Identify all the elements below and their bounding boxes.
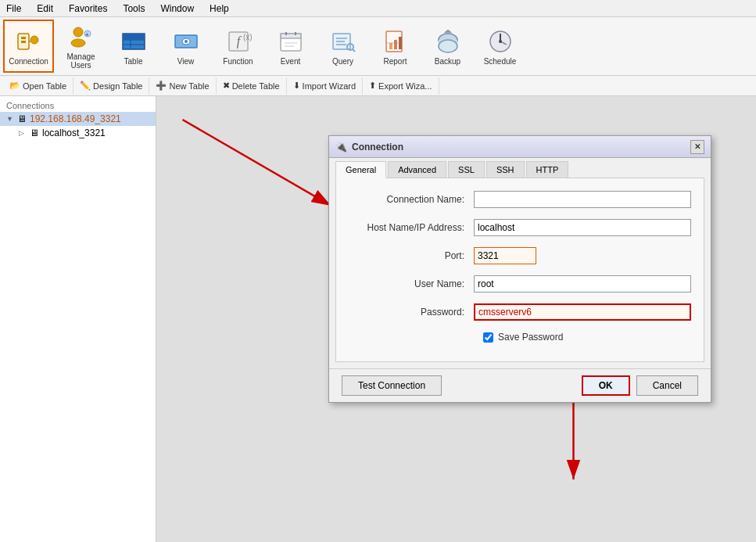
menu-tools[interactable]: Tools	[120, 2, 148, 15]
toolbar-backup[interactable]: Backup	[422, 20, 473, 73]
test-connection-button[interactable]: Test Connection	[342, 375, 442, 396]
menu-window[interactable]: Window	[157, 2, 197, 15]
toolbar-schedule[interactable]: Schedule	[475, 20, 525, 73]
port-input[interactable]	[474, 247, 536, 264]
dialog-tabs: General Advanced SSL SSH HTTP	[329, 158, 711, 178]
toolbar-connection[interactable]: Connection	[3, 20, 54, 73]
design-table-label: Design Table	[93, 81, 142, 91]
delete-table-label: Delete Table	[232, 81, 280, 91]
password-input[interactable]	[474, 303, 691, 321]
toolbar-function[interactable]: f (x) Function	[213, 20, 263, 73]
username-input[interactable]	[474, 275, 691, 293]
sidebar-item-conn2[interactable]: ▷ 🖥 localhost_3321	[0, 126, 156, 140]
svg-rect-2	[21, 41, 26, 43]
backup-icon	[434, 27, 462, 56]
import-wizard-btn[interactable]: ⬇ Import Wizard	[287, 77, 363, 95]
expand-icon-2: ▷	[19, 129, 27, 137]
menu-file[interactable]: File	[3, 2, 24, 15]
dialog-close-button[interactable]: ✕	[690, 140, 704, 154]
sidebar-item-conn1[interactable]: ▼ 🖥 192.168.168.49_3321	[0, 112, 156, 126]
main-toolbar: Connection + Manage Users Table	[0, 17, 756, 76]
dialog-title-icon: 🔌	[335, 142, 347, 153]
svg-rect-21	[281, 34, 301, 38]
toolbar-table[interactable]: Table	[108, 20, 159, 73]
conn1-icon: 🖥	[17, 113, 27, 124]
dialog-title-text: Connection	[352, 142, 403, 153]
dialog-title: 🔌 Connection	[335, 142, 403, 153]
password-row: Password:	[349, 303, 691, 321]
menu-help[interactable]: Help	[206, 2, 232, 15]
username-row: User Name:	[349, 275, 691, 293]
query-icon	[329, 27, 357, 56]
tab-general[interactable]: General	[335, 161, 386, 178]
main-area: Connections ▼ 🖥 192.168.168.49_3321 ▷ 🖥 …	[0, 96, 756, 542]
table-label: Table	[124, 57, 143, 66]
export-label: Export Wiza...	[378, 81, 432, 91]
tab-http[interactable]: HTTP	[526, 161, 569, 178]
svg-rect-33	[389, 43, 392, 49]
view-icon	[172, 27, 200, 56]
open-table-label: Open Table	[23, 81, 66, 91]
open-table-btn[interactable]: 📂 Open Table	[3, 77, 73, 95]
port-row: Port:	[349, 247, 691, 264]
view-label: View	[177, 57, 195, 66]
save-password-label: Save Password	[498, 332, 563, 343]
open-table-icon: 📂	[9, 81, 20, 91]
password-label: Password:	[349, 307, 474, 318]
conn2-icon: 🖥	[30, 127, 39, 138]
toolbar-query[interactable]: Query	[317, 20, 368, 73]
connection-label: Connection	[9, 57, 48, 66]
design-table-btn[interactable]: ✏️ Design Table	[73, 77, 149, 95]
sidebar-header: Connections	[0, 99, 156, 112]
tab-ssl[interactable]: SSL	[448, 161, 485, 178]
connection-name-input[interactable]	[474, 191, 691, 208]
new-table-btn[interactable]: ➕ New Table	[149, 77, 216, 95]
cancel-button[interactable]: Cancel	[636, 375, 698, 396]
expand-icon-1: ▼	[6, 115, 14, 123]
svg-point-16	[185, 40, 188, 43]
table-icon	[120, 27, 148, 56]
tab-ssh[interactable]: SSH	[486, 161, 525, 178]
manage-users-label: Manage Users	[60, 52, 102, 70]
svg-line-31	[353, 49, 355, 52]
username-label: User Name:	[349, 278, 474, 289]
toolbar-manage-users[interactable]: + Manage Users	[56, 20, 106, 73]
tab-advanced[interactable]: Advanced	[388, 161, 446, 178]
conn2-label: localhost_3321	[42, 127, 106, 138]
delete-table-btn[interactable]: ✖ Delete Table	[217, 77, 287, 95]
backup-label: Backup	[435, 57, 460, 66]
ok-button[interactable]: OK	[582, 375, 630, 396]
new-table-label: New Table	[169, 81, 209, 91]
manage-users-icon: +	[67, 23, 95, 51]
dialog-titlebar: 🔌 Connection ✕	[329, 136, 711, 158]
delete-table-icon: ✖	[223, 81, 230, 91]
connection-dialog: 🔌 Connection ✕ General Advanced SSL SSH …	[328, 135, 711, 403]
host-row: Host Name/IP Address:	[349, 219, 691, 236]
secondary-toolbar: 📂 Open Table ✏️ Design Table ➕ New Table…	[0, 76, 756, 96]
menu-favorites[interactable]: Favorites	[66, 2, 110, 15]
toolbar-event[interactable]: Event	[265, 20, 316, 73]
toolbar-report[interactable]: Report	[370, 20, 421, 73]
import-label: Import Wizard	[303, 81, 356, 91]
dialog-footer: Test Connection OK Cancel	[329, 368, 711, 402]
sidebar: Connections ▼ 🖥 192.168.168.49_3321 ▷ 🖥 …	[0, 96, 156, 542]
function-icon: f (x)	[224, 27, 253, 56]
svg-rect-13	[123, 34, 145, 40]
export-wizard-btn[interactable]: ⬆ Export Wiza...	[363, 77, 439, 95]
import-icon: ⬇	[293, 81, 300, 91]
connection-icon	[15, 27, 43, 56]
svg-rect-1	[21, 37, 26, 39]
toolbar-view[interactable]: View	[160, 20, 211, 73]
save-password-row: Save Password	[349, 332, 691, 343]
svg-point-6	[71, 39, 85, 47]
svg-text:(x): (x)	[243, 33, 253, 41]
dialog-body: Connection Name: Host Name/IP Address: P…	[335, 178, 704, 362]
menubar: File Edit Favorites Tools Window Help	[0, 0, 756, 17]
host-input[interactable]	[474, 219, 691, 236]
menu-edit[interactable]: Edit	[34, 2, 56, 15]
conn1-label: 192.168.168.49_3321	[30, 113, 121, 124]
save-password-checkbox[interactable]	[483, 332, 493, 343]
svg-point-40	[439, 40, 457, 52]
content-area: 🔌 Connection ✕ General Advanced SSL SSH …	[156, 96, 756, 542]
connection-name-label: Connection Name:	[349, 194, 474, 205]
